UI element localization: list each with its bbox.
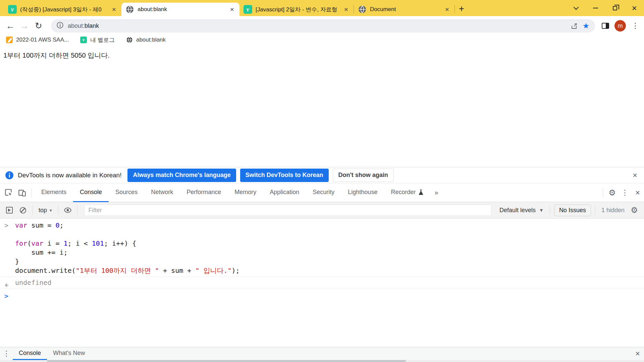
bookmark-star-icon[interactable]: ★ (580, 20, 592, 32)
device-toolbar-button[interactable] (15, 186, 29, 199)
side-panel-button[interactable] (600, 20, 611, 32)
toolbar-separator (77, 206, 77, 215)
window-controls: × (566, 0, 644, 16)
globe-favicon-icon (358, 5, 367, 14)
more-tabs-button[interactable]: » (430, 189, 442, 196)
console-prompt-chevron: > (4, 290, 8, 302)
match-language-button[interactable]: Always match Chrome's language (127, 169, 236, 182)
toolbar-separator (32, 206, 33, 215)
devtools-settings-button[interactable]: ⚙ (606, 186, 619, 199)
browser-menu-button[interactable]: ⋮ (629, 20, 641, 32)
close-icon: × (632, 3, 637, 13)
code-token: + sum + (159, 266, 195, 275)
javascript-context-dropdown[interactable]: top ▾ (35, 207, 55, 214)
no-issues-button[interactable]: No Issues (554, 204, 591, 216)
tab-title: Document (370, 6, 443, 13)
drawer-scrollbar-thumb[interactable] (47, 360, 406, 362)
console-code-line (0, 230, 644, 239)
drawer-menu-button[interactable]: ⋮ (0, 347, 13, 360)
devtools-tab-bar: Elements Console Sources Network Perform… (0, 183, 644, 202)
console-echo-chevron: > (4, 221, 8, 230)
tab-console[interactable]: Console (73, 183, 109, 202)
reload-button[interactable]: ↻ (32, 19, 46, 33)
globe-favicon-icon (126, 37, 133, 43)
bookmark-about-blank[interactable]: about:blank (126, 37, 166, 43)
tab-performance[interactable]: Performance (180, 183, 228, 202)
new-tab-button[interactable]: + (455, 2, 468, 15)
code-token: ; i < (68, 239, 92, 247)
code-token: sum = (27, 221, 55, 229)
browser-tab-velog-3[interactable]: v (작성중) [Javascript] 3일차 - 제0 × (4, 3, 121, 16)
drawer-tab-bar: ⋮ Console What's New × (0, 347, 644, 360)
browser-tab-about-blank[interactable]: about:blank × (121, 3, 239, 16)
toolbar-separator (595, 206, 595, 215)
devtools-tab-bar-right: ⚙ ⋮ × (600, 186, 644, 199)
tab-elements[interactable]: Elements (35, 183, 73, 202)
forward-button[interactable]: → (17, 19, 32, 33)
code-token: 101 (92, 239, 104, 247)
chevron-down-icon: ▼ (539, 207, 544, 213)
tab-recorder[interactable]: Recorder (384, 183, 430, 202)
devtools-menu-button[interactable]: ⋮ (619, 186, 631, 199)
drawer-tab-console[interactable]: Console (13, 347, 47, 360)
tab-title: [Javascript] 2일차 - 변수, 자료형 (256, 6, 342, 13)
restore-icon (613, 6, 617, 10)
hidden-messages-count[interactable]: 1 hidden (598, 207, 628, 214)
restore-button[interactable] (605, 0, 625, 16)
url-text[interactable]: about:blank (68, 22, 99, 29)
bookmark-favicon-icon (6, 37, 13, 43)
browser-toolbar: ← → ↻ about:blank ★ m ⋮ (0, 16, 644, 36)
velog-favicon-icon: v (80, 37, 87, 43)
minimize-button[interactable] (586, 0, 605, 16)
tab-memory[interactable]: Memory (228, 183, 263, 202)
toolbar-separator (550, 206, 550, 215)
tab-sources[interactable]: Sources (109, 183, 144, 202)
code-token: var (15, 221, 27, 229)
code-token: ); (232, 266, 240, 275)
log-levels-dropdown[interactable]: Default levels ▼ (496, 207, 547, 214)
switch-korean-button[interactable]: Switch DevTools to Korean (240, 169, 329, 182)
tab-close-icon[interactable]: × (228, 5, 236, 13)
console-filter-input[interactable] (84, 204, 491, 216)
bookmark-label: 2022-01 AWS SAA... (16, 37, 69, 43)
address-bar[interactable]: about:blank ★ (51, 19, 595, 33)
velog-favicon-icon: v (244, 5, 252, 14)
drawer-close-button[interactable]: × (631, 347, 644, 360)
tab-search-button[interactable] (566, 0, 586, 16)
console-result-row: undefined (0, 277, 644, 289)
tab-close-icon[interactable]: × (443, 5, 451, 13)
profile-avatar[interactable]: m (614, 20, 626, 32)
share-button[interactable] (569, 20, 580, 32)
tab-close-icon[interactable]: × (110, 5, 118, 13)
tab-close-icon[interactable]: × (342, 5, 350, 13)
browser-tab-document[interactable]: Document × (354, 3, 454, 16)
code-token: var (31, 239, 43, 247)
console-code-line: for(var i = 1; i < 101; i++) { (0, 239, 644, 248)
code-token: " 입니다." (195, 266, 231, 275)
console-code-line: >var sum = 0; (0, 221, 644, 230)
devtools-close-button[interactable]: × (631, 186, 644, 199)
window-close-button[interactable]: × (625, 0, 644, 16)
console-code-line: document.write("1부터 100까지 더하면 " + sum + … (0, 266, 644, 275)
back-button[interactable]: ← (3, 19, 17, 33)
clear-console-button[interactable] (16, 203, 30, 217)
tab-security[interactable]: Security (306, 183, 341, 202)
bookmark-velog[interactable]: v 내 벨로그 (80, 36, 115, 44)
infobar-close-icon[interactable]: × (629, 171, 641, 180)
tab-network[interactable]: Network (144, 183, 180, 202)
drawer-tab-whats-new[interactable]: What's New (47, 347, 91, 360)
tab-application[interactable]: Application (263, 183, 306, 202)
console-input-row[interactable]: > (0, 289, 644, 301)
inspect-element-button[interactable] (2, 186, 15, 199)
console-settings-button[interactable]: ⚙ (628, 204, 641, 217)
console-sidebar-button[interactable] (3, 203, 16, 217)
infobar-message: DevTools is now available in Korean! (18, 172, 121, 179)
bookmark-aws[interactable]: 2022-01 AWS SAA... (6, 37, 69, 43)
browser-tab-velog-2[interactable]: v [Javascript] 2일차 - 변수, 자료형 × (239, 3, 354, 16)
live-expression-eye-button[interactable] (61, 203, 74, 217)
dont-show-again-button[interactable]: Don't show again (333, 169, 394, 182)
tab-lighthouse[interactable]: Lighthouse (341, 183, 384, 202)
toolbar-separator (58, 206, 58, 215)
info-icon (5, 171, 14, 180)
page-info-icon[interactable] (56, 21, 64, 30)
